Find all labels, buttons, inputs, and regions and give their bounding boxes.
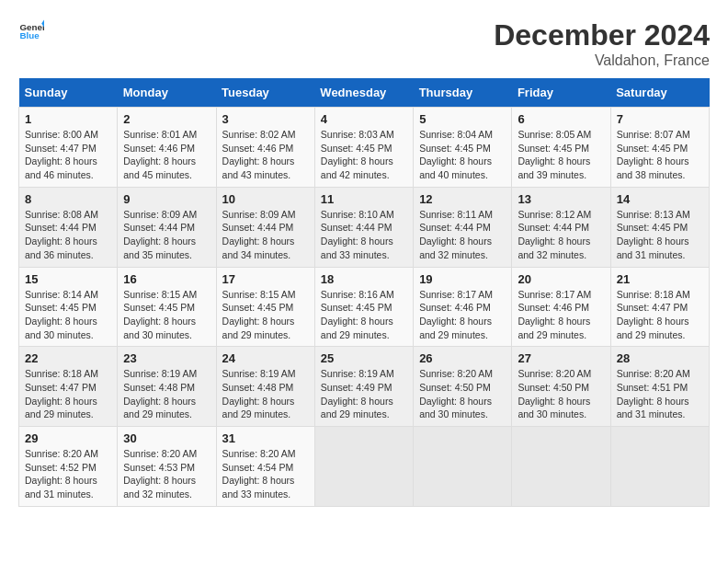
calendar-week-3: 15Sunrise: 8:14 AMSunset: 4:45 PMDayligh… — [19, 267, 710, 347]
col-wednesday: Wednesday — [314, 78, 413, 108]
day-info: Sunrise: 8:09 AMSunset: 4:44 PMDaylight:… — [222, 208, 309, 262]
table-row: 15Sunrise: 8:14 AMSunset: 4:45 PMDayligh… — [19, 267, 118, 347]
day-info: Sunrise: 8:19 AMSunset: 4:48 PMDaylight:… — [123, 367, 210, 421]
day-number: 28 — [617, 351, 703, 365]
day-info: Sunrise: 8:19 AMSunset: 4:49 PMDaylight:… — [321, 367, 407, 421]
svg-text:Blue: Blue — [19, 30, 40, 40]
day-info: Sunrise: 8:18 AMSunset: 4:47 PMDaylight:… — [25, 367, 111, 421]
table-row: 31Sunrise: 8:20 AMSunset: 4:54 PMDayligh… — [216, 427, 314, 507]
day-number: 25 — [321, 351, 407, 365]
table-row — [414, 427, 512, 507]
day-info: Sunrise: 8:19 AMSunset: 4:48 PMDaylight:… — [222, 367, 309, 421]
day-number: 9 — [123, 192, 210, 206]
day-info: Sunrise: 8:15 AMSunset: 4:45 PMDaylight:… — [123, 288, 210, 342]
day-number: 31 — [222, 431, 309, 445]
logo: General Blue — [18, 18, 44, 44]
day-info: Sunrise: 8:10 AMSunset: 4:44 PMDaylight:… — [321, 208, 407, 262]
day-number: 26 — [419, 351, 506, 365]
logo-icon: General Blue — [18, 18, 44, 44]
col-monday: Monday — [118, 78, 216, 108]
day-number: 20 — [518, 272, 604, 286]
table-row: 1Sunrise: 8:00 AMSunset: 4:47 PMDaylight… — [19, 108, 118, 188]
calendar-week-1: 1Sunrise: 8:00 AMSunset: 4:47 PMDaylight… — [19, 108, 710, 188]
table-row: 12Sunrise: 8:11 AMSunset: 4:44 PMDayligh… — [414, 187, 512, 267]
table-row — [610, 427, 709, 507]
day-info: Sunrise: 8:02 AMSunset: 4:46 PMDaylight:… — [222, 128, 309, 182]
day-info: Sunrise: 8:17 AMSunset: 4:46 PMDaylight:… — [518, 288, 604, 342]
day-number: 29 — [25, 431, 111, 445]
day-number: 18 — [321, 272, 407, 286]
day-info: Sunrise: 8:04 AMSunset: 4:45 PMDaylight:… — [419, 128, 506, 182]
table-row: 9Sunrise: 8:09 AMSunset: 4:44 PMDaylight… — [118, 187, 216, 267]
day-info: Sunrise: 8:20 AMSunset: 4:52 PMDaylight:… — [25, 447, 111, 501]
table-row: 30Sunrise: 8:20 AMSunset: 4:53 PMDayligh… — [118, 427, 216, 507]
day-number: 13 — [518, 192, 604, 206]
day-number: 30 — [123, 431, 210, 445]
day-number: 2 — [123, 112, 210, 126]
day-info: Sunrise: 8:12 AMSunset: 4:44 PMDaylight:… — [518, 208, 604, 262]
table-row: 5Sunrise: 8:04 AMSunset: 4:45 PMDaylight… — [414, 108, 512, 188]
day-info: Sunrise: 8:07 AMSunset: 4:45 PMDaylight:… — [617, 128, 703, 182]
table-row: 27Sunrise: 8:20 AMSunset: 4:50 PMDayligh… — [512, 347, 610, 427]
day-number: 6 — [518, 112, 604, 126]
day-info: Sunrise: 8:08 AMSunset: 4:44 PMDaylight:… — [25, 208, 111, 262]
day-number: 3 — [222, 112, 309, 126]
day-info: Sunrise: 8:20 AMSunset: 4:54 PMDaylight:… — [222, 447, 309, 501]
table-row: 8Sunrise: 8:08 AMSunset: 4:44 PMDaylight… — [19, 187, 118, 267]
day-number: 23 — [123, 351, 210, 365]
col-friday: Friday — [512, 78, 610, 108]
month-title: December 2024 — [494, 18, 710, 52]
day-number: 11 — [321, 192, 407, 206]
day-number: 7 — [617, 112, 703, 126]
day-number: 8 — [25, 192, 111, 206]
table-row — [314, 427, 413, 507]
day-number: 16 — [123, 272, 210, 286]
day-info: Sunrise: 8:20 AMSunset: 4:51 PMDaylight:… — [617, 367, 703, 421]
calendar-header-row: Sunday Monday Tuesday Wednesday Thursday… — [19, 78, 710, 108]
table-row: 28Sunrise: 8:20 AMSunset: 4:51 PMDayligh… — [610, 347, 709, 427]
day-info: Sunrise: 8:20 AMSunset: 4:50 PMDaylight:… — [518, 367, 604, 421]
calendar-week-2: 8Sunrise: 8:08 AMSunset: 4:44 PMDaylight… — [19, 187, 710, 267]
table-row: 21Sunrise: 8:18 AMSunset: 4:47 PMDayligh… — [610, 267, 709, 347]
table-row: 23Sunrise: 8:19 AMSunset: 4:48 PMDayligh… — [118, 347, 216, 427]
col-thursday: Thursday — [414, 78, 512, 108]
day-info: Sunrise: 8:20 AMSunset: 4:50 PMDaylight:… — [419, 367, 506, 421]
table-row: 25Sunrise: 8:19 AMSunset: 4:49 PMDayligh… — [314, 347, 413, 427]
title-section: December 2024 Valdahon, France — [494, 18, 710, 69]
table-row: 26Sunrise: 8:20 AMSunset: 4:50 PMDayligh… — [414, 347, 512, 427]
col-saturday: Saturday — [610, 78, 709, 108]
day-info: Sunrise: 8:14 AMSunset: 4:45 PMDaylight:… — [25, 288, 111, 342]
day-number: 21 — [617, 272, 703, 286]
day-info: Sunrise: 8:09 AMSunset: 4:44 PMDaylight:… — [123, 208, 210, 262]
table-row: 7Sunrise: 8:07 AMSunset: 4:45 PMDaylight… — [610, 108, 709, 188]
day-number: 22 — [25, 351, 111, 365]
table-row: 3Sunrise: 8:02 AMSunset: 4:46 PMDaylight… — [216, 108, 314, 188]
table-row: 14Sunrise: 8:13 AMSunset: 4:45 PMDayligh… — [610, 187, 709, 267]
day-info: Sunrise: 8:11 AMSunset: 4:44 PMDaylight:… — [419, 208, 506, 262]
table-row: 19Sunrise: 8:17 AMSunset: 4:46 PMDayligh… — [414, 267, 512, 347]
col-tuesday: Tuesday — [216, 78, 314, 108]
day-number: 19 — [419, 272, 506, 286]
calendar-table: Sunday Monday Tuesday Wednesday Thursday… — [18, 78, 710, 507]
day-info: Sunrise: 8:01 AMSunset: 4:46 PMDaylight:… — [123, 128, 210, 182]
day-info: Sunrise: 8:17 AMSunset: 4:46 PMDaylight:… — [419, 288, 506, 342]
day-info: Sunrise: 8:20 AMSunset: 4:53 PMDaylight:… — [123, 447, 210, 501]
table-row: 20Sunrise: 8:17 AMSunset: 4:46 PMDayligh… — [512, 267, 610, 347]
day-info: Sunrise: 8:13 AMSunset: 4:45 PMDaylight:… — [617, 208, 703, 262]
table-row: 10Sunrise: 8:09 AMSunset: 4:44 PMDayligh… — [216, 187, 314, 267]
calendar-week-5: 29Sunrise: 8:20 AMSunset: 4:52 PMDayligh… — [19, 427, 710, 507]
location: Valdahon, France — [494, 52, 710, 69]
table-row: 18Sunrise: 8:16 AMSunset: 4:45 PMDayligh… — [314, 267, 413, 347]
table-row: 11Sunrise: 8:10 AMSunset: 4:44 PMDayligh… — [314, 187, 413, 267]
day-number: 17 — [222, 272, 309, 286]
day-number: 15 — [25, 272, 111, 286]
day-number: 4 — [321, 112, 407, 126]
table-row: 22Sunrise: 8:18 AMSunset: 4:47 PMDayligh… — [19, 347, 118, 427]
day-number: 27 — [518, 351, 604, 365]
day-info: Sunrise: 8:16 AMSunset: 4:45 PMDaylight:… — [321, 288, 407, 342]
day-info: Sunrise: 8:15 AMSunset: 4:45 PMDaylight:… — [222, 288, 309, 342]
day-info: Sunrise: 8:05 AMSunset: 4:45 PMDaylight:… — [518, 128, 604, 182]
day-info: Sunrise: 8:18 AMSunset: 4:47 PMDaylight:… — [617, 288, 703, 342]
table-row — [512, 427, 610, 507]
day-number: 10 — [222, 192, 309, 206]
